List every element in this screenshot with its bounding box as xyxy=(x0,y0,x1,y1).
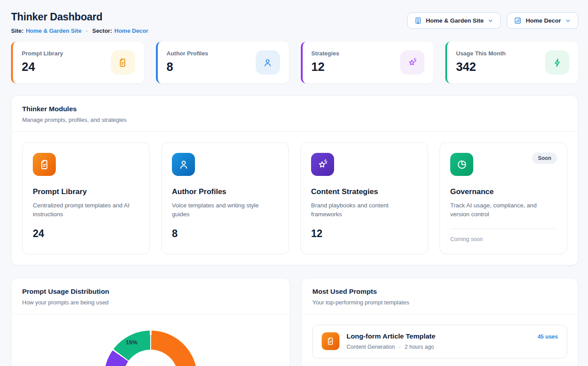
bar-chart-icon xyxy=(514,17,522,24)
stat-card-prompt-library: Prompt Library 24 xyxy=(11,42,144,83)
module-card-content-strategies[interactable]: Content Strategies Brand playbooks and c… xyxy=(300,142,428,254)
star-icon xyxy=(311,153,334,176)
stat-cards-row: Prompt Library 24 Author Profiles 8 Stra… xyxy=(11,42,578,83)
site-link[interactable]: Home & Garden Site xyxy=(26,27,82,34)
sector-link[interactable]: Home Decor xyxy=(114,27,148,34)
most-used-subtitle: Your top-performing prompt templates xyxy=(312,299,567,306)
prompt-uses-count: 45 uses xyxy=(537,334,558,350)
module-description: Brand playbooks and content frameworks xyxy=(311,201,409,219)
modules-grid: Prompt Library Centralized prompt templa… xyxy=(12,132,578,265)
prompt-item-body: Long-form Article Template Content Gener… xyxy=(347,332,530,350)
module-card-author-profiles[interactable]: Author Profiles Voice templates and writ… xyxy=(161,142,289,254)
breadcrumb: Site: Home & Garden Site · Sector: Home … xyxy=(11,27,148,34)
module-count: 8 xyxy=(172,228,278,240)
module-title: Governance xyxy=(450,187,557,196)
sector-selector-button[interactable]: Home Decor xyxy=(507,12,578,29)
usage-distribution-card: Prompt Usage Distribution How your promp… xyxy=(11,278,290,366)
prompt-item-meta: Content Generation · 2 hours ago xyxy=(347,344,530,350)
module-count: 12 xyxy=(311,228,417,240)
donut-segment-label: 15% xyxy=(126,339,137,346)
separator-dot: · xyxy=(399,344,401,350)
module-card-prompt-library[interactable]: Prompt Library Centralized prompt templa… xyxy=(22,142,150,254)
bolt-icon xyxy=(545,51,569,75)
document-icon xyxy=(322,332,339,350)
module-description: Centralized prompt templates and AI inst… xyxy=(33,201,131,219)
module-description: Track AI usage, compliance, and version … xyxy=(450,201,548,219)
usage-card-header: Prompt Usage Distribution How your promp… xyxy=(12,278,290,314)
module-description: Voice templates and writing style guides xyxy=(172,201,270,219)
page-header: Thinker Dashboard Site: Home & Garden Si… xyxy=(11,9,578,34)
module-title: Prompt Library xyxy=(33,187,139,196)
site-label: Site: xyxy=(11,27,23,34)
document-icon xyxy=(111,51,135,75)
modules-panel-header: Thinker Modules Manage prompts, profiles… xyxy=(12,96,578,131)
header-selectors: Home & Garden Site Home Decor xyxy=(407,12,578,29)
dashboard-page: Thinker Dashboard Site: Home & Garden Si… xyxy=(0,0,588,366)
list-item[interactable]: Long-form Article Template Content Gener… xyxy=(312,325,567,358)
module-count: 24 xyxy=(33,228,139,240)
donut-chart xyxy=(104,331,197,366)
prompt-list: Long-form Article Template Content Gener… xyxy=(302,314,578,366)
stat-card-author-profiles: Author Profiles 8 xyxy=(156,42,289,83)
usage-card-title: Prompt Usage Distribution xyxy=(22,288,279,296)
prompt-time: 2 hours ago xyxy=(405,344,434,350)
star-icon xyxy=(400,51,424,75)
pie-chart-icon xyxy=(450,153,473,176)
coming-soon-text: Coming soon xyxy=(450,236,557,242)
most-used-header: Most Used Prompts Your top-performing pr… xyxy=(302,278,578,314)
chevron-down-icon xyxy=(565,18,571,24)
module-title: Author Profiles xyxy=(172,187,278,196)
document-icon xyxy=(33,153,56,176)
building-icon xyxy=(414,17,422,24)
usage-card-subtitle: How your prompts are being used xyxy=(22,299,279,306)
chevron-down-icon xyxy=(487,18,494,24)
module-card-governance[interactable]: Soon Governance Track AI usage, complian… xyxy=(440,142,567,254)
stat-card-usage: Usage This Month 342 xyxy=(445,42,578,83)
site-selector-label: Home & Garden Site xyxy=(426,17,484,24)
divider xyxy=(450,229,557,229)
header-left: Thinker Dashboard Site: Home & Garden Si… xyxy=(11,9,148,34)
separator-dot: · xyxy=(86,27,88,34)
prompt-category: Content Generation xyxy=(347,344,395,350)
thinker-modules-panel: Thinker Modules Manage prompts, profiles… xyxy=(11,95,578,265)
usage-donut-chart: 15% xyxy=(12,314,290,366)
sector-selector-label: Home Decor xyxy=(526,17,561,24)
stat-card-strategies: Strategies 12 xyxy=(301,42,434,83)
most-used-prompts-card: Most Used Prompts Your top-performing pr… xyxy=(301,278,578,366)
module-title: Content Strategies xyxy=(311,187,417,196)
prompt-item-title: Long-form Article Template xyxy=(347,332,530,340)
site-selector-button[interactable]: Home & Garden Site xyxy=(407,12,501,29)
user-icon xyxy=(256,51,280,75)
most-used-title: Most Used Prompts xyxy=(312,288,567,296)
modules-panel-subtitle: Manage prompts, profiles, and strategies xyxy=(22,117,567,123)
user-icon xyxy=(172,153,195,176)
sector-label: Sector: xyxy=(92,27,112,34)
page-title: Thinker Dashboard xyxy=(11,11,148,23)
bottom-row: Prompt Usage Distribution How your promp… xyxy=(11,278,578,366)
soon-badge: Soon xyxy=(532,152,557,164)
modules-panel-title: Thinker Modules xyxy=(22,105,567,113)
